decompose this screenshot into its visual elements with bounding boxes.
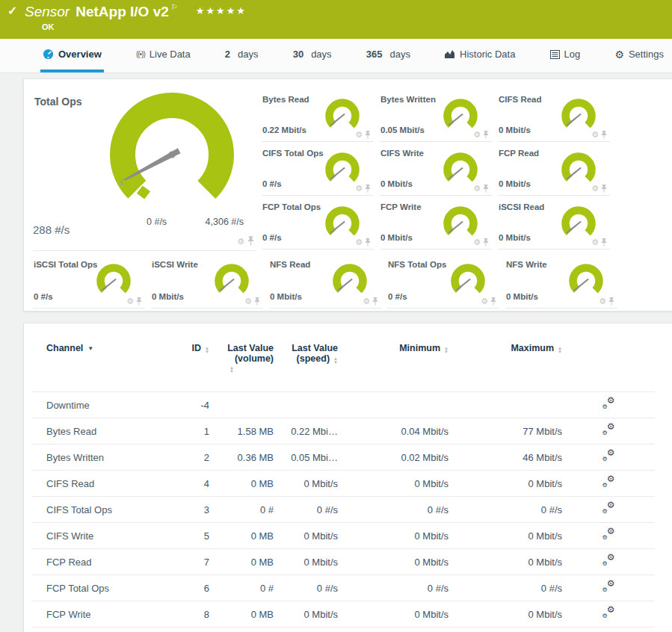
gauge-settings-gear-icon[interactable]: ⚙ <box>355 131 363 139</box>
col-header-last-value-volume[interactable]: Last Value (volume) ▲▼ <box>209 335 274 392</box>
tab-overview[interactable]: Overview <box>40 39 104 72</box>
gauge-value: 0 Mbit/s <box>380 179 413 188</box>
gauge-value: 0 #/s <box>34 292 53 301</box>
channel-settings-icon[interactable]: ⚙⚙ <box>602 398 615 409</box>
gauge-tile-fcp-total-ops[interactable]: FCP Total Ops 0 #/s ⚙ <box>262 196 374 250</box>
pin-icon[interactable] <box>365 238 371 247</box>
tab-historic-data[interactable]: Historic Data <box>443 39 517 72</box>
channel-name[interactable]: Bytes Read <box>31 418 178 444</box>
sort-icon: ▲▼ <box>209 366 254 374</box>
gauge-dial <box>213 262 250 300</box>
gauge-tile-cifs-write[interactable]: CIFS Write 0 Mbit/s ⚙ <box>380 142 492 196</box>
col-header-maximum[interactable]: Maximum▲▼ <box>448 335 562 392</box>
gauge-settings-gear-icon[interactable]: ⚙ <box>591 238 599 247</box>
tab-30-days[interactable]: 30 days <box>291 39 334 72</box>
tab-live-data[interactable]: ((•)) Live Data <box>134 39 193 72</box>
channel-id: 7 <box>178 549 209 575</box>
gauge-settings-gear-icon[interactable]: ⚙ <box>481 297 488 306</box>
channel-name[interactable]: CIFS Total Ops <box>31 497 178 523</box>
channel-settings-icon[interactable]: ⚙⚙ <box>602 503 615 514</box>
pin-icon[interactable] <box>365 185 371 193</box>
col-header-id[interactable]: ID▲▼ <box>178 335 209 392</box>
broadcast-icon: ((•)) <box>136 50 145 58</box>
channel-settings-icon[interactable]: ⚙⚙ <box>602 450 615 462</box>
pin-icon[interactable] <box>136 297 142 306</box>
sort-icon: ▲▼ <box>444 347 448 354</box>
gauge-tile-iscsi-read[interactable]: iSCSI Read 0 Mbit/s ⚙ <box>498 196 610 250</box>
gauge-settings-gear-icon[interactable]: ⚙ <box>126 297 134 306</box>
gauge-settings-gear-icon[interactable]: ⚙ <box>355 185 363 193</box>
channel-settings-icon[interactable]: ⚙⚙ <box>602 424 615 436</box>
tab-2-days[interactable]: 2 days <box>223 39 261 72</box>
gauge-tile-iscsi-write[interactable]: iSCSI Write 0 Mbit/s ⚙ <box>151 253 263 309</box>
small-gauge-grid: Bytes Read 0.22 Mbit/s ⚙ Bytes Written 0… <box>262 88 610 251</box>
tab-settings[interactable]: ⚙ Settings <box>612 39 666 72</box>
channel-name[interactable]: CIFS Write <box>31 523 178 549</box>
pin-icon[interactable] <box>247 236 254 246</box>
channel-name[interactable]: Downtime <box>31 392 178 418</box>
channel-name[interactable]: CIFS Read <box>31 471 178 497</box>
channel-id: 10 <box>178 628 209 632</box>
channel-name[interactable]: iSCSI Read <box>31 628 178 632</box>
col-header-minimum[interactable]: Minimum▲▼ <box>338 335 448 392</box>
table-row: FCP Total Ops 6 0 # 0 #/s 0 #/s 0 #/s ⚙⚙ <box>31 575 655 601</box>
channel-settings-icon[interactable]: ⚙⚙ <box>602 607 615 619</box>
gauge-tile-bytes-written[interactable]: Bytes Written 0.05 Mbit/s ⚙ <box>380 88 492 142</box>
gauge-dial <box>560 151 597 188</box>
gauge-tile-bytes-read[interactable]: Bytes Read 0.22 Mbit/s ⚙ <box>262 88 374 142</box>
gauge-tile-iscsi-total-ops[interactable]: iSCSI Total Ops 0 #/s ⚙ <box>33 253 145 309</box>
pin-icon[interactable] <box>483 131 489 139</box>
table-row: CIFS Total Ops 3 0 # 0 #/s 0 #/s 0 #/s ⚙… <box>31 497 655 523</box>
pin-icon[interactable] <box>601 185 607 193</box>
channel-name[interactable]: FCP Read <box>31 549 178 575</box>
gauge-settings-gear-icon[interactable]: ⚙ <box>244 297 252 306</box>
last-value-volume: 0.36 MB <box>209 444 274 471</box>
pin-icon[interactable] <box>490 297 496 306</box>
pin-icon[interactable] <box>608 297 614 306</box>
channel-settings-icon[interactable]: ⚙⚙ <box>602 581 615 592</box>
col-label: Channel <box>46 343 83 353</box>
gauge-dial <box>324 97 361 134</box>
last-value-speed: 0 #/s <box>274 575 338 601</box>
gauge-tile-cifs-total-ops[interactable]: CIFS Total Ops 0 #/s ⚙ <box>262 142 374 196</box>
pin-icon[interactable] <box>483 238 489 247</box>
pin-icon[interactable] <box>254 297 260 306</box>
gauge-tile-nfs-write[interactable]: NFS Write 0 Mbit/s ⚙ <box>505 253 617 309</box>
tab-log[interactable]: Log <box>548 39 583 72</box>
priority-stars[interactable]: ★★★★★ <box>196 5 247 16</box>
flag-icon[interactable]: ⚐ <box>171 3 178 11</box>
channel-settings-icon[interactable]: ⚙⚙ <box>602 477 615 488</box>
gauge-tile-fcp-write[interactable]: FCP Write 0 Mbit/s ⚙ <box>380 196 492 250</box>
col-header-channel[interactable]: Channel▼ <box>31 335 178 392</box>
gauge-settings-gear-icon[interactable]: ⚙ <box>473 131 481 139</box>
col-header-last-value-speed[interactable]: Last Value (speed)▲▼ <box>274 335 338 392</box>
channel-name[interactable]: FCP Total Ops <box>31 575 178 601</box>
gauge-settings-gear-icon[interactable]: ⚙ <box>591 131 599 139</box>
channel-settings-icon[interactable]: ⚙⚙ <box>602 529 615 540</box>
pin-icon[interactable] <box>601 238 607 247</box>
gauge-settings-gear-icon[interactable]: ⚙ <box>237 238 244 246</box>
gauge-settings-gear-icon[interactable]: ⚙ <box>355 238 363 247</box>
gauge-settings-gear-icon[interactable]: ⚙ <box>591 185 599 193</box>
pin-icon[interactable] <box>372 297 378 306</box>
minimum-value: 0 Mbit/s <box>338 523 448 549</box>
pin-icon[interactable] <box>601 131 607 139</box>
gauge-tile-nfs-total-ops[interactable]: NFS Total Ops 0 #/s ⚙ <box>387 253 499 309</box>
col-label: Maximum <box>511 343 554 353</box>
pin-icon[interactable] <box>483 185 489 193</box>
channel-settings-icon[interactable]: ⚙⚙ <box>602 555 615 566</box>
pin-icon[interactable] <box>365 131 371 139</box>
channel-name[interactable]: Bytes Written <box>31 444 178 471</box>
sort-icon: ▲▼ <box>205 347 209 354</box>
channel-name[interactable]: FCP Write <box>31 601 178 628</box>
gauge-tile-fcp-read[interactable]: FCP Read 0 Mbit/s ⚙ <box>498 142 610 196</box>
gauge-title: FCP Total Ops <box>262 202 321 211</box>
gauge-settings-gear-icon[interactable]: ⚙ <box>599 297 606 306</box>
gauge-settings-gear-icon[interactable]: ⚙ <box>473 185 481 193</box>
gauge-tile-cifs-read[interactable]: CIFS Read 0 Mbit/s ⚙ <box>498 88 610 142</box>
tab-365-days[interactable]: 365 days <box>364 39 413 72</box>
gauge-settings-gear-icon[interactable]: ⚙ <box>363 297 370 306</box>
gauge-tile-total-ops[interactable]: Total Ops x̄ 0 #/s 4,306 #/s 288 #/s ⚙ <box>33 88 256 251</box>
gauge-tile-nfs-read[interactable]: NFS Read 0 Mbit/s ⚙ <box>269 253 381 309</box>
gauge-settings-gear-icon[interactable]: ⚙ <box>473 238 481 247</box>
